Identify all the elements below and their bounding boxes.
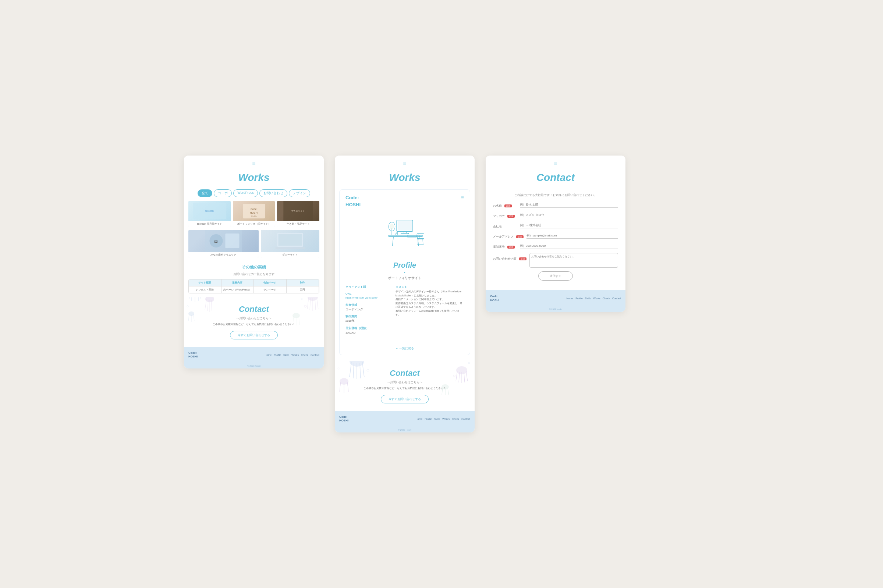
form-textarea-message[interactable] bbox=[529, 253, 618, 268]
svg-rect-11 bbox=[225, 234, 239, 248]
filter-tab-wp[interactable]: WordPress bbox=[233, 189, 258, 197]
svg-rect-14 bbox=[275, 247, 305, 249]
detail-field-url-value: https://free-star-work.com/ bbox=[345, 296, 391, 300]
contact-btn-1[interactable]: 今すぐお問い合わせする bbox=[230, 331, 278, 339]
detail-profile-title: Profile bbox=[339, 259, 470, 270]
portfolio-row-1: aoxxxxx aoxxxxx 美容院サイト Code: HOSHI Profi… bbox=[188, 201, 319, 227]
contact-form-section: ご相談だけでも大歓迎です！お気軽にお問い合わせください。 お名前 必須 フリガナ… bbox=[486, 189, 625, 290]
portfolio-item-5-label: ダミーサイト bbox=[261, 252, 319, 258]
hamburger-icon-3[interactable]: ≡ bbox=[554, 160, 557, 166]
detail-field-price-label: 目安価格（税抜） bbox=[345, 326, 391, 330]
portfolio-row-2: 🎧 みなみ歯科クリニック ダミーサイト bbox=[188, 230, 319, 258]
phone-mockup-3: ≡ Contact ご相談だけでも大歓迎です！お気軽にお問い合わせください。 お… bbox=[486, 156, 625, 312]
section-subtitle-other: お問い合わせの一覧となります bbox=[184, 272, 324, 279]
footer-nav-home-2[interactable]: Home bbox=[415, 418, 422, 420]
form-input-furigana[interactable] bbox=[520, 212, 618, 218]
svg-text:Code:: Code: bbox=[251, 208, 258, 210]
detail-field-client-label: クライアント様 bbox=[345, 285, 391, 289]
portfolio-item-4[interactable]: 🎧 みなみ歯科クリニック bbox=[188, 230, 259, 258]
footer-nav-1: Home Profile Skills Works Check Contact bbox=[264, 354, 319, 356]
detail-field-client: クライアント様 bbox=[345, 285, 391, 289]
footer-nav-profile-1[interactable]: Profile bbox=[274, 354, 281, 356]
page-title-3: Contact bbox=[486, 169, 625, 189]
footer-nav-home-3[interactable]: Home bbox=[566, 297, 573, 300]
detail-field-period: 制作期間 2010年 bbox=[345, 314, 391, 323]
footer-nav-check-3[interactable]: Check bbox=[603, 297, 610, 300]
footer-nav-skills-1[interactable]: Skills bbox=[283, 354, 289, 356]
svg-point-23 bbox=[304, 305, 306, 308]
portfolio-item-1[interactable]: aoxxxxx aoxxxxx 美容院サイト bbox=[188, 201, 231, 227]
skills-col-4: 制作 bbox=[287, 279, 319, 286]
svg-rect-13 bbox=[278, 234, 302, 246]
filter-tab-all[interactable]: 全て bbox=[198, 189, 212, 197]
footer-nav-skills-2[interactable]: Skills bbox=[434, 418, 440, 420]
form-required-furigana: 必須 bbox=[508, 215, 515, 218]
skills-col-3: 告知ページ bbox=[254, 279, 287, 286]
form-input-name[interactable] bbox=[520, 202, 618, 208]
footer-nav-2: Home Profile Skills Works Check Contact bbox=[415, 418, 470, 420]
portfolio-item-5[interactable]: ダミーサイト bbox=[261, 230, 319, 258]
filter-tab-contact[interactable]: お問い合わせ bbox=[259, 189, 287, 197]
form-label-phone: 電話番号 必須 bbox=[493, 243, 517, 249]
footer-nav-works-1[interactable]: Works bbox=[291, 354, 299, 356]
svg-point-50 bbox=[454, 375, 455, 376]
footer-nav-skills-3[interactable]: Skills bbox=[585, 297, 591, 300]
skills-col-2: 業務内容 bbox=[221, 279, 254, 286]
portfolio-item-2-label: ポートフォリオ（旧サイト） bbox=[233, 221, 275, 227]
footer-nav-profile-3[interactable]: Profile bbox=[575, 297, 583, 300]
footer-nav-check-1[interactable]: Check bbox=[301, 354, 308, 356]
svg-point-47 bbox=[338, 368, 339, 369]
footer-nav-works-2[interactable]: Works bbox=[442, 418, 450, 420]
contact-section-2: Contact 〜お問い合わせはこちら〜 ご不満やお見積り情報など、なんでもお気… bbox=[335, 361, 475, 411]
svg-point-51 bbox=[469, 362, 470, 364]
submit-button[interactable]: 送信する bbox=[538, 272, 573, 280]
svg-text:空き家サイト: 空き家サイト bbox=[292, 210, 305, 213]
detail-field-price: 目安価格（税抜） 130,000 bbox=[345, 326, 391, 335]
form-input-email[interactable] bbox=[527, 233, 618, 238]
form-input-phone[interactable] bbox=[520, 243, 618, 249]
filter-tab-corp[interactable]: コーポ bbox=[214, 189, 232, 197]
back-link[interactable]: ← 一覧に戻る bbox=[339, 344, 470, 355]
footer-1: Code: HOSHI Home Profile Skills Works Ch… bbox=[184, 347, 324, 363]
footer-2: Code: HOSHI Home Profile Skills Works Ch… bbox=[335, 411, 475, 427]
svg-text:aoxxxxx: aoxxxxx bbox=[205, 210, 215, 212]
svg-rect-43 bbox=[396, 232, 398, 234]
footer-nav-contact-1[interactable]: Contact bbox=[311, 354, 319, 356]
form-required-name: 必須 bbox=[505, 204, 512, 207]
detail-portfolio-label: ポートフォリオサイト bbox=[339, 276, 470, 285]
detail-comment-text: デザインは知人のデザイナー鈴木さん（https://no.design-k.st… bbox=[395, 290, 464, 317]
svg-rect-28 bbox=[401, 234, 409, 234]
footer-nav-works-3[interactable]: Works bbox=[593, 297, 601, 300]
hamburger-icon-detail[interactable]: ≡ bbox=[461, 194, 464, 200]
filter-tab-design[interactable]: デザイン bbox=[289, 189, 310, 197]
svg-rect-40 bbox=[407, 236, 416, 237]
contact-btn-2[interactable]: 今すぐお問い合わせする bbox=[381, 395, 429, 404]
portfolio-item-2[interactable]: Code: HOSHI Profile ポートフォリオ（旧サイト） bbox=[233, 201, 275, 227]
footer-nav-profile-2[interactable]: Profile bbox=[425, 418, 432, 420]
menu-bar-1: ≡ bbox=[184, 156, 324, 169]
menu-bar-3: ≡ bbox=[486, 156, 625, 169]
svg-point-46 bbox=[367, 369, 369, 371]
detail-field-price-value: 130,000 bbox=[345, 331, 391, 335]
form-label-email: メールアドレス 必須 bbox=[493, 232, 524, 239]
portfolio-item-3[interactable]: 空き家サイト 空き家・廃品サイト bbox=[277, 201, 319, 227]
form-row-company: 会社名 bbox=[493, 222, 618, 229]
svg-rect-27 bbox=[403, 232, 407, 234]
footer-nav-contact-3[interactable]: Contact bbox=[612, 297, 621, 300]
footer-nav-check-2[interactable]: Check bbox=[452, 418, 459, 420]
footer-nav-contact-2[interactable]: Contact bbox=[461, 418, 470, 420]
footer-brand-3: Code: HOSHI bbox=[490, 294, 499, 302]
skills-cell-1: レンタル・業務 bbox=[189, 286, 221, 293]
footer-brand-1: Code: HOSHI bbox=[188, 351, 198, 359]
hamburger-icon-1[interactable]: ≡ bbox=[252, 160, 255, 166]
detail-field-domain-value: コーディング bbox=[345, 308, 391, 312]
form-input-company[interactable] bbox=[520, 222, 618, 228]
phone-mockup-2: ≡ Works Code: HOSHI ≡ bbox=[335, 156, 475, 432]
footer-nav-home-1[interactable]: Home bbox=[264, 354, 272, 356]
detail-field-url: URL https://free-star-work.com/ bbox=[345, 292, 391, 300]
form-label-name: お名前 必須 bbox=[493, 201, 517, 208]
skills-row-1: レンタル・業務 約ページ（WordPress） ランページ 万円 bbox=[189, 286, 319, 293]
skills-table-header: サイト概要 業務内容 告知ページ 制作 bbox=[189, 279, 319, 286]
hamburger-icon-2[interactable]: ≡ bbox=[403, 160, 406, 166]
contact-form-intro: ご相談だけでも大歓迎です！お気軽にお問い合わせください。 bbox=[493, 193, 618, 201]
